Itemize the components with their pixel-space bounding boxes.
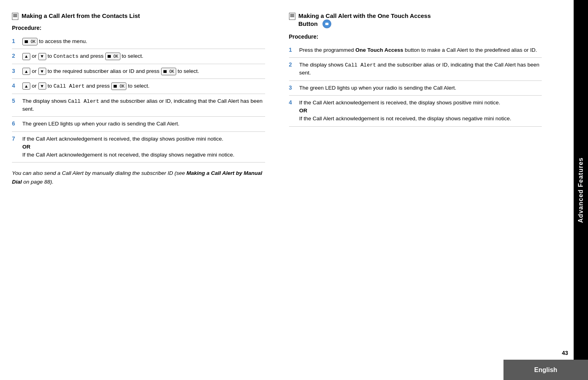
- step-left-3: 3 ▲ or ▼ to the required subscriber alia…: [12, 64, 265, 79]
- step-number-left-4: 4: [12, 82, 18, 89]
- columns-wrapper: Making a Call Alert from the Contacts Li…: [12, 12, 566, 372]
- menu-ok-icon-1: ⯀ OK: [22, 38, 37, 45]
- up-arrow-icon-2: ▲: [22, 53, 30, 60]
- step-number-right-3: 3: [289, 84, 295, 91]
- left-section-title: Making a Call Alert from the Contacts Li…: [22, 12, 140, 20]
- main-content: Making a Call Alert from the Contacts Li…: [0, 0, 574, 380]
- step-content-right-2: The display shows Call Alert and the sub…: [299, 61, 542, 77]
- bottom-bar-text: English: [534, 366, 557, 374]
- right-section-title: Making a Call Alert with the One Touch A…: [299, 12, 431, 29]
- up-arrow-icon-3: ▲: [22, 68, 30, 75]
- step-content-right-4: If the Call Alert acknowledgement is rec…: [299, 99, 542, 123]
- one-touch-access-icon: [323, 20, 331, 28]
- doc-icon-right: [289, 13, 295, 20]
- step-right-1: 1 Press the programmed One Touch Access …: [289, 43, 542, 58]
- step-text-left-1: to access the menu.: [39, 38, 87, 44]
- step-number-right-4: 4: [289, 99, 295, 106]
- note-text-before: You can also send a Call Alert by manual…: [12, 170, 187, 176]
- step-content-right-1: Press the programmed One Touch Access bu…: [299, 46, 542, 54]
- svg-rect-1: [325, 23, 328, 25]
- step-content-left-4: ▲ or ▼ to Call Alert and press ⯀ OK to s…: [22, 82, 265, 90]
- step-left-5: 5 The display shows Call Alert and the s…: [12, 94, 265, 117]
- step-number-left-7: 7: [12, 135, 18, 142]
- step-left-2: 2 ▲ or ▼ to Contacts and press ⯀ OK to s…: [12, 49, 265, 64]
- step-left-4: 4 ▲ or ▼ to Call Alert and press ⯀ OK to…: [12, 79, 265, 94]
- down-arrow-icon-2: ▼: [38, 53, 46, 60]
- right-column: Making a Call Alert with the One Touch A…: [289, 12, 566, 372]
- step-right-3: 3 The green LED lights up when your radi…: [289, 81, 542, 96]
- step-content-left-2: ▲ or ▼ to Contacts and press ⯀ OK to sel…: [22, 52, 265, 61]
- side-tab-text: Advanced Features: [577, 157, 584, 223]
- step-content-left-1: ⯀ OK to access the menu.: [22, 37, 265, 45]
- step-content-left-7: If the Call Alert acknowledgement is rec…: [22, 135, 265, 159]
- step-content-left-3: ▲ or ▼ to the required subscriber alias …: [22, 67, 265, 75]
- menu-ok-icon-4: ⯀ OK: [111, 82, 126, 90]
- right-steps-list: 1 Press the programmed One Touch Access …: [289, 43, 542, 127]
- step-left-6: 6 The green LED lights up when your radi…: [12, 117, 265, 131]
- down-arrow-icon-4: ▼: [38, 82, 46, 90]
- or-label-right: OR: [299, 108, 307, 114]
- page-container: Making a Call Alert from the Contacts Li…: [0, 0, 588, 380]
- step-number-left-1: 1: [12, 38, 18, 44]
- page-number: 43: [562, 350, 568, 356]
- step-left-1: 1 ⯀ OK to access the menu.: [12, 34, 265, 49]
- step-content-left-6: The green LED lights up when your radio …: [22, 120, 265, 128]
- step-content-left-5: The display shows Call Alert and the sub…: [22, 97, 265, 114]
- step-number-left-6: 6: [12, 120, 18, 127]
- bottom-bar: English: [503, 360, 588, 380]
- step-right-2: 2 The display shows Call Alert and the s…: [289, 58, 542, 81]
- down-arrow-icon-3: ▼: [38, 68, 46, 75]
- left-procedure-label: Procedure:: [12, 25, 265, 31]
- up-arrow-icon-4: ▲: [22, 82, 30, 90]
- step-number-left-5: 5: [12, 98, 18, 104]
- note-text-after: on page 88).: [22, 179, 54, 185]
- menu-ok-icon-2: ⯀ OK: [105, 53, 120, 60]
- step-right-4: 4 If the Call Alert acknowledgement is r…: [289, 96, 542, 127]
- side-tab: Advanced Features: [574, 0, 588, 380]
- step-content-right-3: The green LED lights up when your radio …: [299, 84, 542, 92]
- italic-note: You can also send a Call Alert by manual…: [12, 169, 265, 186]
- step-number-left-2: 2: [12, 53, 18, 59]
- right-procedure-label: Procedure:: [289, 33, 542, 40]
- step-left-7: 7 If the Call Alert acknowledgement is r…: [12, 132, 265, 163]
- step-number-left-3: 3: [12, 68, 18, 74]
- left-steps-list: 1 ⯀ OK to access the menu. 2 ▲ or ▼: [12, 34, 265, 163]
- left-column: Making a Call Alert from the Contacts Li…: [12, 12, 273, 372]
- step-number-right-1: 1: [289, 47, 295, 53]
- doc-icon-left: [12, 13, 18, 20]
- step-number-right-2: 2: [289, 61, 295, 68]
- right-section-heading: Making a Call Alert with the One Touch A…: [289, 12, 542, 29]
- or-label-left: OR: [22, 144, 30, 150]
- menu-ok-icon-3: ⯀ OK: [161, 68, 176, 75]
- left-section-heading: Making a Call Alert from the Contacts Li…: [12, 12, 265, 20]
